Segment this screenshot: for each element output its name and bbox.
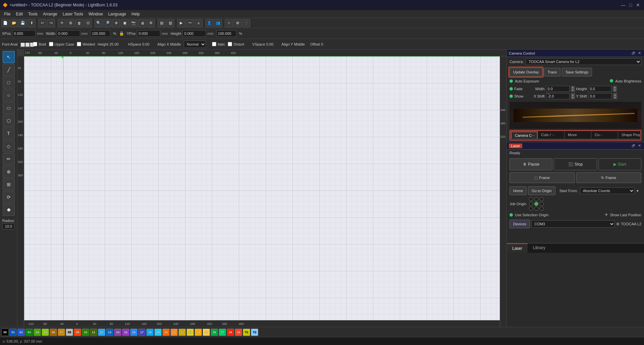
- update-overlay-button[interactable]: Update Overlay: [509, 68, 542, 76]
- zoom-fit[interactable]: ⊕: [112, 19, 120, 27]
- laser-float-button[interactable]: 🗗: [631, 143, 636, 149]
- swatch-02[interactable]: 02: [17, 329, 25, 336]
- origin-bc[interactable]: [534, 207, 538, 211]
- scale-w-input[interactable]: [90, 30, 110, 37]
- copy-tool[interactable]: ⊞: [66, 19, 74, 27]
- origin-tool[interactable]: ⊕: [3, 166, 15, 178]
- origin-bl[interactable]: [529, 207, 533, 211]
- origin-tr[interactable]: [540, 197, 544, 201]
- machine-button[interactable]: 🖥: [138, 19, 146, 27]
- undo-button[interactable]: ↩: [38, 19, 46, 27]
- swatch-25[interactable]: 25: [203, 329, 210, 336]
- zoom-select[interactable]: ▣: [121, 19, 129, 27]
- ypos-input[interactable]: [137, 30, 160, 37]
- swatch-11[interactable]: 11: [90, 329, 97, 336]
- menu-edit[interactable]: Edit: [13, 11, 25, 17]
- width-cam-input[interactable]: [546, 86, 570, 92]
- canvas-grid[interactable]: +: [24, 56, 506, 327]
- laser-tab-bottom[interactable]: Laser: [507, 243, 528, 253]
- yshift-down-btn[interactable]: ▼: [613, 96, 617, 99]
- move-tab[interactable]: Move: [565, 131, 591, 139]
- array-tool[interactable]: ⊞: [3, 178, 15, 190]
- ungroup-button[interactable]: ▥: [166, 19, 174, 27]
- maximize-button[interactable]: □: [627, 2, 634, 8]
- swatch-15[interactable]: 15: [122, 329, 129, 336]
- xpos-input[interactable]: [12, 30, 36, 37]
- start-button[interactable]: ▶ Start: [598, 158, 641, 170]
- person1-button[interactable]: 👤: [205, 19, 213, 27]
- go-to-origin-button[interactable]: Go to Origin: [528, 186, 555, 195]
- select-tool[interactable]: ↖: [3, 51, 15, 63]
- xshift-down-btn[interactable]: ▼: [571, 96, 575, 99]
- polygon-shape-tool[interactable]: ⬟: [3, 204, 15, 216]
- minimize-button[interactable]: —: [620, 2, 627, 8]
- devices-button[interactable]: Devices: [509, 220, 530, 228]
- stop-button[interactable]: ⬛ Stop: [554, 158, 597, 170]
- origin-br[interactable]: [540, 207, 544, 211]
- width-up-btn[interactable]: ▲: [571, 86, 575, 89]
- origin-tc[interactable]: [534, 197, 538, 201]
- swatch-12[interactable]: 12: [98, 329, 105, 336]
- swatch-00[interactable]: 00: [1, 329, 9, 336]
- node-edit-tool[interactable]: ◇: [3, 140, 15, 152]
- swatch-05[interactable]: 05: [42, 329, 49, 336]
- pause-button[interactable]: ⏸ Pause: [509, 158, 552, 170]
- normal-select[interactable]: Normal: [184, 41, 206, 48]
- play-button[interactable]: ▶: [177, 19, 185, 27]
- swatch-27[interactable]: 27: [219, 329, 226, 336]
- camera-tab[interactable]: Camera C···: [511, 131, 538, 139]
- redo-button[interactable]: ↪: [47, 19, 55, 27]
- camera-dropdown[interactable]: TOOCAA Smart Camera for L2: [526, 58, 641, 65]
- com-select[interactable]: COM3: [531, 220, 615, 228]
- start-from-select[interactable]: Absolute Coords: [580, 187, 635, 194]
- swatch-26[interactable]: 26: [211, 329, 218, 336]
- menu-language[interactable]: Language: [106, 11, 129, 17]
- frame1-button[interactable]: ⬚ Frame: [509, 172, 575, 183]
- select-all[interactable]: ⊡: [84, 19, 92, 27]
- laser-close-button[interactable]: ✕: [637, 143, 642, 149]
- panel-float-button[interactable]: 🗗: [631, 51, 636, 56]
- radius-input[interactable]: [2, 223, 14, 229]
- height-input[interactable]: [182, 30, 206, 37]
- swatch-07[interactable]: 07: [58, 329, 65, 336]
- library-tab-bottom[interactable]: Library: [528, 243, 551, 253]
- origin-tl[interactable]: [529, 197, 533, 201]
- swatch-18[interactable]: 18: [146, 329, 154, 336]
- scale-h-input[interactable]: [216, 30, 236, 37]
- trace-button[interactable]: Trace: [544, 68, 560, 76]
- welded-checkbox[interactable]: [77, 42, 81, 46]
- align-button[interactable]: ≡: [195, 19, 203, 27]
- menu-laser-tools[interactable]: Laser Tools: [60, 11, 86, 17]
- swatch-09[interactable]: 09: [74, 329, 81, 336]
- yshift-input[interactable]: [588, 93, 612, 99]
- zoom-out[interactable]: 🔎: [103, 19, 111, 27]
- extra2-button[interactable]: ⊞: [233, 19, 241, 27]
- rotate-tool[interactable]: ⟳: [3, 191, 15, 203]
- draw-line-tool[interactable]: ╱: [3, 64, 15, 76]
- swatch-13[interactable]: 13: [106, 329, 113, 336]
- bold-checkbox[interactable]: [33, 42, 37, 46]
- move-tool[interactable]: ✛: [58, 19, 66, 27]
- extra1-button[interactable]: ⊹: [225, 19, 233, 27]
- swatch-28[interactable]: 28: [227, 329, 234, 336]
- swatch-21[interactable]: 21: [170, 329, 178, 336]
- draw-text-tool[interactable]: T: [3, 127, 15, 139]
- origin-mr[interactable]: [540, 202, 544, 206]
- shape-props-tab[interactable]: Shape Prop···: [618, 131, 640, 139]
- menu-tools[interactable]: Tools: [25, 11, 40, 17]
- swatch-03[interactable]: 03: [25, 329, 33, 336]
- swatch-10[interactable]: 10: [82, 329, 89, 336]
- swatch-01[interactable]: 01: [9, 329, 17, 336]
- swatch-16[interactable]: 16: [130, 329, 138, 336]
- swatch-23[interactable]: 23: [186, 329, 194, 336]
- origin-mc[interactable]: [534, 202, 538, 206]
- menu-arrange[interactable]: Arrange: [40, 11, 60, 17]
- swatch-22[interactable]: 22: [178, 329, 186, 336]
- zoom-in[interactable]: 🔍: [95, 19, 103, 27]
- home-button[interactable]: Home: [509, 186, 527, 195]
- draw-pencil-tool[interactable]: ✏: [3, 153, 15, 165]
- settings-button[interactable]: ⚙: [147, 19, 155, 27]
- save-settings-button[interactable]: Save Settings: [562, 68, 592, 76]
- height-cam-input[interactable]: [588, 86, 611, 92]
- origin-ml[interactable]: [529, 202, 533, 206]
